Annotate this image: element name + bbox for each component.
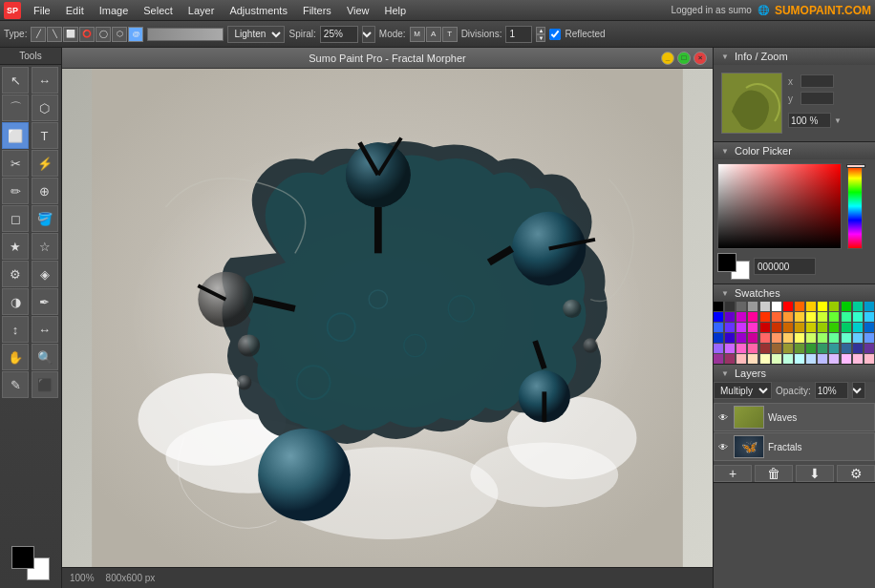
swatch-51[interactable] (818, 333, 827, 343)
swatch-76[interactable] (783, 354, 793, 364)
swatch-21[interactable] (795, 312, 804, 322)
swatch-46[interactable] (760, 333, 770, 343)
shape-line[interactable]: ╱ (31, 27, 46, 42)
minimize-button[interactable]: _ (661, 52, 674, 65)
info-zoom-header[interactable]: ▼ Info / Zoom (714, 48, 875, 65)
swatch-18[interactable] (760, 312, 770, 322)
layer-row-fractals[interactable]: 👁 🦋 Fractals (714, 432, 875, 461)
fg-color-preview[interactable] (717, 253, 736, 272)
tool-move[interactable]: ↔ (32, 67, 58, 94)
menu-help[interactable]: Help (378, 3, 414, 18)
tool-crop[interactable]: ✂ (2, 150, 29, 177)
color-gradient-base[interactable] (717, 163, 842, 249)
swatch-16[interactable] (736, 312, 746, 322)
swatch-44[interactable] (736, 333, 746, 343)
swatch-22[interactable] (806, 312, 816, 322)
swatch-31[interactable] (748, 323, 758, 332)
shape-ellipse[interactable]: ◯ (96, 27, 111, 42)
color-picker-header[interactable]: ▼ Color Picker (714, 142, 875, 159)
swatch-72[interactable] (736, 354, 746, 364)
swatch-15[interactable] (725, 312, 735, 322)
swatches-header[interactable]: ▼ Swatches (714, 284, 875, 302)
layer-row-waves[interactable]: 👁 Waves (714, 403, 875, 431)
swatch-37[interactable] (818, 323, 827, 332)
divisions-down[interactable]: ▼ (536, 34, 545, 42)
tool-flipv[interactable]: ↕ (2, 316, 29, 343)
swatch-66[interactable] (829, 344, 839, 353)
layers-header[interactable]: ▼ Layers (714, 365, 875, 382)
spiral-input[interactable] (320, 26, 358, 43)
swatch-0[interactable] (714, 302, 723, 311)
menu-filters[interactable]: Filters (296, 3, 338, 18)
swatch-79[interactable] (818, 354, 827, 364)
swatch-28[interactable] (714, 323, 723, 332)
swatch-36[interactable] (806, 323, 816, 332)
swatch-41[interactable] (864, 323, 874, 332)
opacity-input[interactable] (815, 382, 848, 399)
swatch-25[interactable] (842, 312, 851, 322)
swatch-78[interactable] (806, 354, 816, 364)
swatch-10[interactable] (829, 302, 839, 311)
swatch-64[interactable] (806, 344, 816, 353)
layer-add-button[interactable]: + (714, 465, 752, 482)
swatch-30[interactable] (736, 323, 746, 332)
mode-btn-2[interactable]: A (426, 27, 441, 42)
swatch-80[interactable] (829, 354, 839, 364)
mode-btn-1[interactable]: M (410, 27, 425, 42)
swatch-29[interactable] (725, 323, 735, 332)
divisions-input[interactable] (505, 26, 532, 43)
swatch-54[interactable] (853, 333, 863, 343)
swatch-70[interactable] (714, 354, 723, 364)
tool-pencil[interactable]: ✎ (2, 371, 29, 398)
shape-circle[interactable]: ⭕ (79, 27, 95, 42)
swatch-53[interactable] (842, 333, 851, 343)
swatch-3[interactable] (748, 302, 758, 311)
swatch-75[interactable] (772, 354, 781, 364)
swatch-11[interactable] (842, 302, 851, 311)
tool-smudge[interactable]: ⚙ (2, 261, 29, 287)
tool-hand[interactable]: ✋ (2, 344, 29, 370)
hex-color-input[interactable] (754, 258, 816, 275)
swatch-59[interactable] (748, 344, 758, 353)
swatch-12[interactable] (853, 302, 863, 311)
swatch-23[interactable] (818, 312, 827, 322)
shape-spiral[interactable]: @ (128, 27, 143, 42)
swatch-19[interactable] (772, 312, 781, 322)
canvas-container[interactable] (62, 69, 713, 567)
swatch-74[interactable] (760, 354, 770, 364)
swatch-65[interactable] (818, 344, 827, 353)
swatch-34[interactable] (783, 323, 793, 332)
swatch-71[interactable] (725, 354, 735, 364)
shape-rect[interactable]: ⬜ (63, 27, 78, 42)
swatch-38[interactable] (829, 323, 839, 332)
mode-btn-3[interactable]: T (442, 27, 458, 42)
blend-mode-select[interactable]: LightenNormalMultiplyScreen (227, 26, 285, 43)
menu-image[interactable]: Image (93, 3, 136, 18)
swatch-42[interactable] (714, 333, 723, 343)
swatch-48[interactable] (783, 333, 793, 343)
tool-zoom[interactable]: 🔍 (32, 344, 58, 370)
swatch-33[interactable] (772, 323, 781, 332)
swatch-58[interactable] (736, 344, 746, 353)
tool-wand[interactable]: ⚡ (32, 150, 58, 177)
tool-dodge[interactable]: ◑ (2, 288, 29, 315)
menu-adjustments[interactable]: Adjustments (223, 3, 294, 18)
swatch-73[interactable] (748, 354, 758, 364)
menu-layer[interactable]: Layer (181, 3, 222, 18)
zoom-input[interactable] (788, 113, 831, 128)
swatch-69[interactable] (864, 344, 874, 353)
spiral-dropdown[interactable]: ▼ (362, 26, 375, 43)
eye-icon-fractals[interactable]: 👁 (716, 440, 730, 453)
swatch-2[interactable] (736, 302, 746, 311)
swatch-50[interactable] (806, 333, 816, 343)
menu-select[interactable]: Select (137, 3, 180, 18)
swatch-24[interactable] (829, 312, 839, 322)
eye-icon-waves[interactable]: 👁 (716, 410, 730, 424)
zoom-dropdown-arrow[interactable]: ▼ (834, 116, 842, 125)
tool-text[interactable]: T (32, 122, 58, 149)
shape-line2[interactable]: ╲ (47, 27, 62, 42)
tool-polygon-select[interactable]: ⬡ (32, 94, 58, 121)
y-value[interactable] (800, 92, 834, 105)
tool-brush[interactable]: ✏ (2, 178, 29, 204)
swatch-26[interactable] (853, 312, 863, 322)
